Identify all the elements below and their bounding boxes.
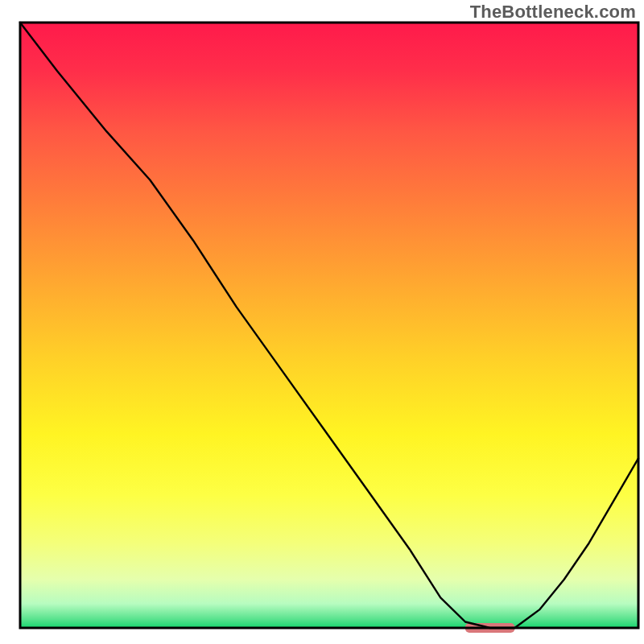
plot-background bbox=[20, 23, 638, 628]
bottleneck-chart bbox=[0, 0, 644, 644]
chart-container: TheBottleneck.com bbox=[0, 0, 644, 644]
